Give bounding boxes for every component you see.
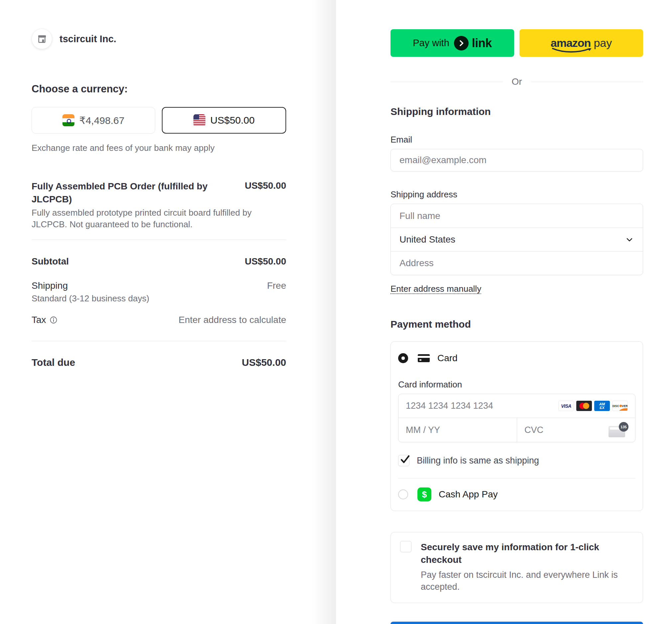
checkout-page: tscircuit Inc. Choose a currency: ₹4,498… [0, 0, 672, 624]
pay-with-link-button[interactable]: Pay with link [390, 29, 514, 57]
summary-divider [31, 239, 286, 240]
address-input[interactable] [399, 252, 634, 275]
info-icon[interactable] [50, 316, 57, 324]
shipping-address-label: Shipping address [390, 189, 643, 200]
email-label: Email [390, 135, 643, 145]
or-divider: Or [390, 76, 643, 87]
line-item-desc-line1: Fully assembled prototype printed circui… [31, 207, 286, 218]
currency-heading: Choose a currency: [31, 83, 286, 95]
save-info-title: Securely save my information for 1-click… [421, 541, 618, 566]
checkout-form-panel: Pay with link amazon [336, 0, 672, 624]
total-label: Total due [31, 357, 75, 368]
shipping-value: Free [267, 281, 286, 291]
link-arrow-icon [454, 36, 469, 51]
country-select[interactable]: United States [391, 228, 643, 251]
save-info-description: Pay faster on tscircuit Inc. and everywh… [421, 569, 618, 593]
country-value: United States [399, 234, 455, 245]
amazon-smile-icon [552, 48, 593, 53]
tax-row: Tax Enter address to calculate [31, 315, 286, 325]
cvc-input[interactable] [524, 425, 609, 435]
currency-option-inr[interactable]: ₹4,498.67 [31, 107, 155, 134]
usd-amount: US$50.00 [210, 114, 255, 126]
shipping-info-heading: Shipping information [390, 106, 643, 117]
link-prefix-label: Pay with [413, 37, 449, 49]
mastercard-icon [576, 401, 592, 411]
tax-label: Tax [31, 315, 46, 325]
shipping-label: Shipping [31, 281, 149, 291]
line-item-title-line1: Fully Assembled PCB Order (fulfilled by [31, 180, 208, 193]
currency-selector: ₹4,498.67 US$50.00 [31, 107, 286, 134]
billing-same-row: Billing info is same as shipping [398, 455, 636, 466]
card-information-label: Card information [398, 380, 636, 390]
full-name-input[interactable] [399, 204, 634, 228]
card-brand-icons: VISA AM EX [558, 401, 628, 411]
payment-method-heading: Payment method [390, 319, 643, 330]
line-item: Fully Assembled PCB Order (fulfilled by … [31, 180, 286, 206]
pay-button[interactable]: Pay [390, 622, 643, 624]
line-item-desc-line2: JLCPCB. Not guaranteed to be functional. [31, 218, 286, 230]
shipping-address-group: United States [390, 204, 643, 275]
save-info-checkbox[interactable] [400, 541, 411, 552]
card-input-group: VISA AM EX [398, 394, 636, 442]
amazon-pay-word: pay [594, 36, 612, 50]
total-divider [31, 341, 286, 341]
merchant-name: tscircuit Inc. [59, 33, 116, 45]
cashapp-icon: $ [417, 488, 431, 501]
card-number-input[interactable] [406, 401, 558, 411]
line-item-title: Fully Assembled PCB Order (fulfilled by … [31, 180, 208, 206]
subtotal-label: Subtotal [31, 256, 69, 267]
discover-icon: DISC VER [612, 401, 628, 411]
india-flag-icon [62, 114, 74, 126]
order-summary-panel: tscircuit Inc. Choose a currency: ₹4,498… [0, 0, 336, 624]
amazon-wordmark: amazon [551, 36, 591, 50]
cashapp-option-row[interactable]: $ Cash App Pay [391, 478, 643, 511]
cvc-hint-icon: 135 [609, 423, 628, 437]
billing-same-checkbox[interactable] [398, 455, 410, 466]
chevron-down-icon [625, 235, 634, 244]
line-item-description: Fully assembled prototype printed circui… [31, 207, 286, 230]
total-value: US$50.00 [242, 357, 286, 368]
card-radio[interactable] [398, 353, 408, 363]
cashapp-option-label: Cash App Pay [439, 489, 497, 500]
discover-swoosh [619, 407, 628, 411]
email-input[interactable] [390, 149, 643, 172]
inr-amount: ₹4,498.67 [79, 114, 125, 126]
shipping-row: Shipping Standard (3-12 business days) F… [31, 281, 286, 304]
link-wordmark: link [472, 36, 492, 50]
storefront-icon [37, 34, 47, 44]
panel-divider-shadow [312, 0, 336, 624]
us-flag-icon [193, 114, 205, 126]
visa-icon: VISA [558, 401, 574, 411]
card-icon [417, 354, 430, 363]
tax-value: Enter address to calculate [179, 315, 286, 325]
subtotal-row: Subtotal US$50.00 [31, 256, 286, 267]
currency-option-usd[interactable]: US$50.00 [162, 107, 286, 134]
subtotal-value: US$50.00 [244, 256, 286, 267]
merchant-avatar [31, 29, 52, 49]
discover-dot [620, 405, 622, 407]
total-row: Total due US$50.00 [31, 357, 286, 368]
billing-same-label: Billing info is same as shipping [417, 456, 539, 466]
save-info-box: Securely save my information for 1-click… [390, 532, 643, 603]
amazon-pay-button[interactable]: amazon pay [519, 29, 643, 57]
exchange-rate-note: Exchange rate and fees of your bank may … [31, 143, 286, 153]
enter-address-manually-link[interactable]: Enter address manually [390, 284, 481, 294]
shipping-method: Standard (3-12 business days) [31, 293, 149, 304]
line-item-price: US$50.00 [244, 180, 286, 191]
card-option-row[interactable]: Card [398, 353, 636, 364]
expiry-input[interactable] [406, 425, 510, 435]
payment-method-box: Card Card information VISA [390, 341, 643, 511]
card-option-label: Card [437, 353, 458, 364]
or-label: Or [512, 76, 522, 87]
cashapp-radio[interactable] [398, 489, 408, 499]
amex-icon: AM EX [594, 401, 610, 411]
line-item-title-line2: JLCPCB) [31, 193, 208, 206]
express-checkout: Pay with link amazon [390, 29, 643, 57]
merchant-header: tscircuit Inc. [31, 29, 286, 49]
